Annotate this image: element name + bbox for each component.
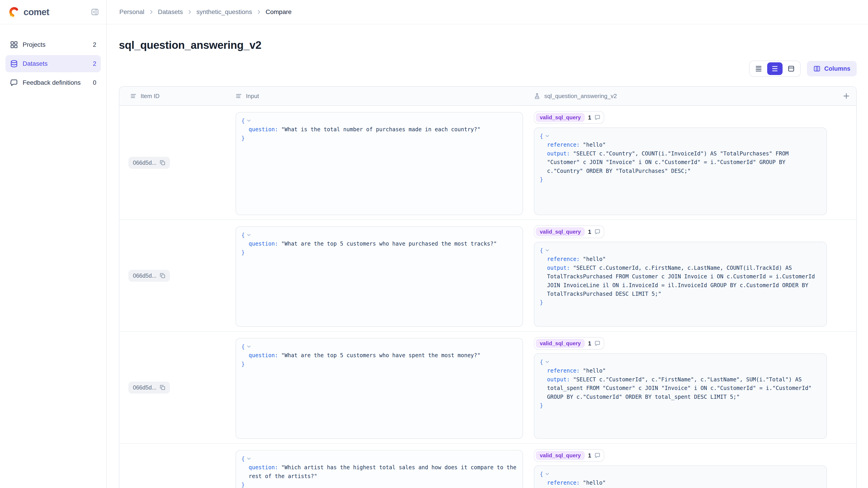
copy-icon[interactable] (160, 160, 165, 166)
item-id-badge[interactable]: 066d5d... (128, 382, 170, 394)
comet-logo[interactable]: comet (8, 6, 49, 18)
sidebar-item-label: Projects (23, 41, 88, 48)
sidebar-item-projects[interactable]: Projects 2 (5, 36, 101, 53)
json-value: "hello" (583, 142, 606, 148)
sidebar-nav: Projects 2 Datasets 2 (0, 24, 106, 91)
chevron-down-icon[interactable] (246, 118, 251, 123)
columns-button[interactable]: Columns (807, 61, 857, 76)
json-value: "hello" (583, 367, 606, 374)
json-open-brace: { (540, 359, 543, 365)
json-close-brace: } (540, 402, 543, 409)
json-key: reference: (547, 480, 580, 486)
app-root: comet Projects 2 (0, 0, 868, 488)
comet-swirl-icon (8, 6, 20, 18)
chevron-down-icon[interactable] (545, 133, 550, 138)
flask-icon (534, 93, 540, 99)
table-row: 066d5d... { question:"What is the total … (119, 106, 856, 220)
output-json-box[interactable]: { reference:"hello" output:"SELECT ar."N… (534, 465, 827, 488)
sidebar-collapse-icon[interactable] (91, 8, 99, 16)
json-key: question: (249, 352, 278, 359)
column-header-label: sql_question_answering_v2 (544, 93, 617, 100)
json-key: output: (547, 377, 570, 383)
breadcrumb-item-personal[interactable]: Personal (119, 8, 145, 15)
item-id-badge[interactable]: 066d5d... (128, 157, 170, 169)
experiment-output-cell: valid_sql_query 1 { reference:"hello" ou… (528, 220, 856, 331)
json-value: "SELECT c."CustomerId", c."FirstName", c… (547, 377, 811, 400)
input-cell[interactable]: { question:"What is the total number of … (230, 106, 528, 220)
json-open-brace: { (241, 344, 245, 350)
json-close-brace: } (540, 176, 543, 183)
chevron-right-icon (149, 9, 154, 15)
row-height-segmented-control (749, 61, 801, 77)
column-header-input[interactable]: Input (230, 87, 528, 105)
comment-bubble-icon[interactable] (594, 114, 600, 121)
add-experiment-button[interactable] (843, 92, 850, 100)
feedback-score-container: valid_sql_query 1 (534, 449, 604, 462)
comment-bubble-icon[interactable] (594, 340, 600, 347)
item-id-value: 066d5d... (133, 272, 156, 279)
text-lines-icon (130, 93, 136, 99)
feedback-score-badge[interactable]: valid_sql_query (536, 227, 585, 236)
column-header-item-id[interactable]: Item ID (119, 87, 230, 105)
sidebar-item-datasets[interactable]: Datasets 2 (5, 55, 101, 72)
speech-bubble-icon (10, 78, 18, 87)
chevron-down-icon[interactable] (246, 456, 251, 461)
feedback-score-badge[interactable]: valid_sql_query (536, 451, 585, 460)
input-cell[interactable]: { question:"What are the top 5 customers… (230, 220, 528, 331)
output-json-box[interactable]: { reference:"hello" output:"SELECT c."Cu… (534, 353, 827, 439)
json-open-brace: { (241, 232, 245, 238)
feedback-score-container: valid_sql_query 1 (534, 225, 604, 238)
item-id-value: 066d5d... (133, 384, 156, 391)
chevron-down-icon[interactable] (545, 359, 550, 364)
comment-bubble-icon[interactable] (594, 452, 600, 459)
table-row: 066d5d... { question:"What are the top 5 (119, 332, 856, 444)
sidebar-header: comet (0, 0, 106, 24)
chevron-down-icon[interactable] (545, 248, 550, 253)
sidebar-item-count: 2 (93, 60, 96, 67)
item-id-cell: 066d5d... (119, 106, 230, 220)
feedback-score-count: 1 (588, 340, 591, 347)
column-header-experiment[interactable]: sql_question_answering_v2 (528, 87, 856, 105)
chevron-down-icon[interactable] (246, 344, 251, 349)
json-close-brace: } (540, 299, 543, 306)
json-value: "What is the total number of purchases m… (281, 126, 480, 133)
item-id-badge[interactable]: 066d5d... (128, 270, 170, 282)
chevron-down-icon[interactable] (246, 232, 251, 237)
json-close-brace: } (241, 135, 245, 141)
feedback-score-badge[interactable]: valid_sql_query (536, 339, 585, 348)
output-json-box[interactable]: { reference:"hello" output:"SELECT c.Cus… (534, 242, 827, 327)
json-close-brace: } (241, 361, 245, 367)
json-key: output: (547, 151, 570, 157)
input-cell[interactable]: { question:"Which artist has the highest… (230, 444, 528, 488)
comment-bubble-icon[interactable] (594, 229, 600, 235)
row-height-small-button[interactable] (751, 62, 766, 75)
sidebar-item-count: 2 (93, 41, 96, 48)
copy-icon[interactable] (160, 273, 165, 279)
json-open-brace: { (540, 133, 543, 139)
topbar: Personal Datasets synthetic_questions Co… (107, 0, 868, 24)
item-id-cell: 066d5d... (119, 220, 230, 331)
input-cell[interactable]: { question:"What are the top 5 customers… (230, 332, 528, 443)
json-key: question: (249, 126, 278, 133)
json-value: "SELECT c."Country", COUNT(i."InvoiceId"… (547, 151, 789, 174)
sidebar-item-feedback-definitions[interactable]: Feedback definitions 0 (5, 74, 101, 91)
row-height-medium-button[interactable] (767, 62, 782, 75)
table-row: 066d5d... { question:"Which artist has t… (119, 444, 856, 488)
json-open-brace: { (540, 248, 543, 254)
feedback-score-count: 1 (588, 452, 591, 459)
json-close-brace: } (241, 482, 245, 488)
sidebar-item-count: 0 (93, 79, 96, 86)
breadcrumb: Personal Datasets synthetic_questions Co… (119, 8, 291, 15)
output-json-box[interactable]: { reference:"hello" output:"SELECT c."Co… (534, 127, 827, 215)
feedback-score-badge[interactable]: valid_sql_query (536, 113, 585, 122)
copy-icon[interactable] (160, 385, 165, 390)
main-area: Personal Datasets synthetic_questions Co… (107, 0, 868, 488)
json-key: reference: (547, 367, 580, 374)
chevron-down-icon[interactable] (545, 471, 550, 477)
text-lines-icon (236, 93, 242, 99)
breadcrumb-item-datasets[interactable]: Datasets (158, 8, 183, 15)
json-key: reference: (547, 256, 580, 262)
chevron-right-icon (187, 9, 192, 15)
row-height-large-button[interactable] (783, 62, 799, 75)
breadcrumb-item-dataset-name[interactable]: synthetic_questions (196, 8, 252, 15)
